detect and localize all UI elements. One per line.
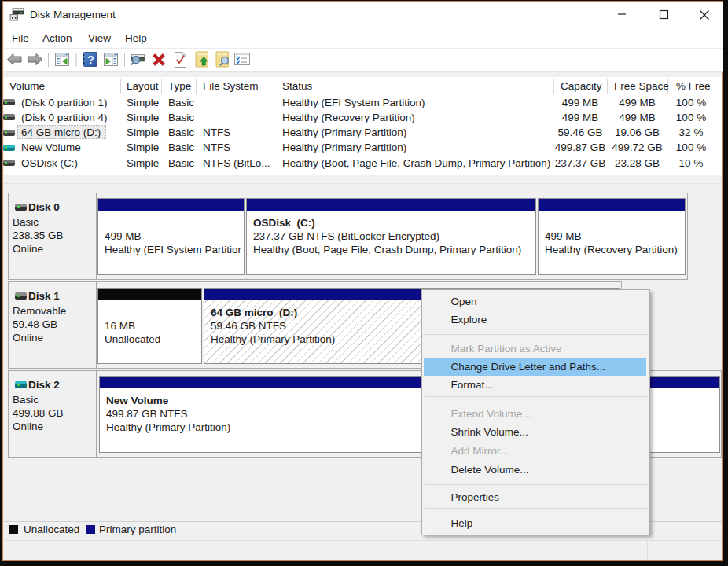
svg-text:?: ? — [87, 53, 94, 66]
